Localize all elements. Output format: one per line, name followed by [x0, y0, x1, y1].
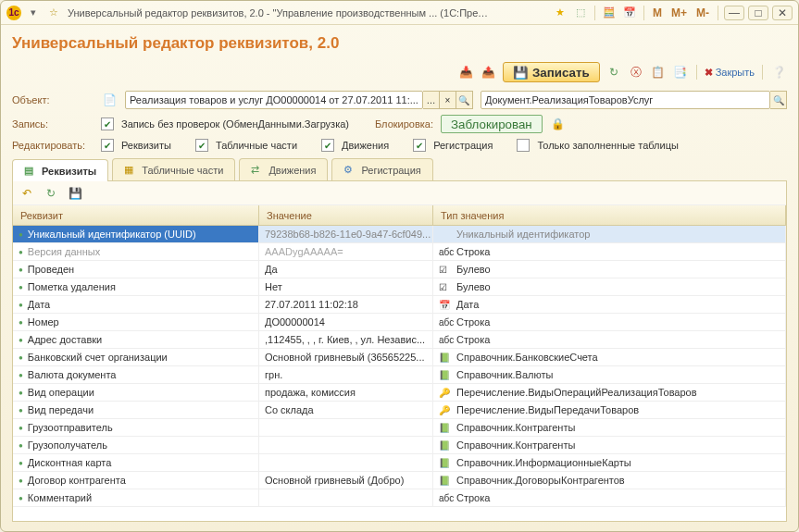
doc-out-icon[interactable]: 📤: [481, 64, 497, 80]
type-icon: 📗: [439, 423, 452, 433]
doc-in-icon[interactable]: 📥: [458, 64, 475, 80]
close-window-button[interactable]: ✕: [772, 6, 793, 20]
type-icon: aбc: [439, 335, 452, 345]
app-icon: 1c: [6, 6, 21, 20]
write-button[interactable]: 💾 Записать: [503, 62, 600, 82]
save-icon: 💾: [513, 66, 529, 80]
grid: Реквизит Значение Тип значения ●Уникальн…: [13, 205, 786, 521]
record-nocheck-checkbox[interactable]: ✔: [101, 118, 114, 130]
table-row[interactable]: ●Грузоотправитель📗Справочник.Контрагенты: [13, 419, 786, 437]
grid-icon: ▦: [124, 164, 137, 177]
object-input[interactable]: Реализация товаров и услуг ДО00000014 от…: [125, 91, 423, 109]
table-row[interactable]: ●Вид операциипродажа, комиссия🔑Перечисле…: [13, 384, 786, 402]
table-row[interactable]: ●Валюта документагрн.📗Справочник.Валюты: [13, 366, 786, 384]
table-row[interactable]: ●Грузополучатель📗Справочник.Контрагенты: [13, 437, 786, 454]
close-icon: ✖: [705, 67, 713, 79]
titlebar: 1c ▾ ☆ Универсальный редактор реквизитов…: [1, 1, 798, 25]
row-bullet-icon: ●: [19, 353, 23, 362]
undo-icon[interactable]: ↶: [19, 185, 35, 202]
record-label: Запись:: [12, 118, 94, 130]
minimize-button[interactable]: —: [724, 6, 744, 20]
lock-icon[interactable]: 🔒: [550, 116, 567, 132]
page-title: Универсальный редактор реквизитов, 2.0: [12, 32, 787, 60]
edit-label: Редактировать:: [12, 140, 94, 151]
type-icon: 📗: [439, 353, 452, 363]
type-icon: ☑: [439, 282, 452, 292]
delete-icon[interactable]: ⓧ: [628, 64, 644, 80]
tab-registration[interactable]: ⚙Регистрация: [331, 158, 432, 180]
dropdown-icon[interactable]: ▾: [25, 6, 42, 20]
star-icon[interactable]: ★: [552, 6, 568, 20]
table-row[interactable]: ●Уникальный идентификатор (UUID)79238b68…: [13, 226, 786, 243]
mem-m[interactable]: M: [650, 6, 665, 19]
row-bullet-icon: ●: [19, 248, 23, 256]
col-type[interactable]: Тип значения: [433, 205, 786, 225]
calc-icon[interactable]: 🧮: [601, 6, 618, 20]
grid-body[interactable]: ●Уникальный идентификатор (UUID)79238b68…: [13, 226, 786, 521]
row-bullet-icon: ●: [19, 476, 23, 485]
mem-mplus[interactable]: M+: [668, 6, 690, 19]
tab-movements[interactable]: ⇄Движения: [239, 158, 328, 180]
table-row[interactable]: ●НомерДО00000014aбcСтрока: [13, 314, 786, 331]
col-name[interactable]: Реквизит: [13, 205, 259, 225]
window-title: Универсальный редактор реквизитов, 2.0 -…: [68, 7, 493, 19]
type-icon: 📅: [439, 300, 452, 310]
calendar-icon[interactable]: 📅: [621, 6, 638, 20]
tab-requisites[interactable]: ▤Реквизиты: [12, 159, 108, 181]
link-icon[interactable]: ⬚: [572, 6, 589, 20]
type-icon: 🔑: [439, 405, 452, 415]
row-bullet-icon: ●: [19, 301, 23, 309]
tab-tables[interactable]: ▦Табличные части: [112, 158, 235, 180]
table-row[interactable]: ●Версия данныхAAADygAAAAA=aбcСтрока: [13, 243, 786, 261]
doc-type-input[interactable]: Документ.РеализацияТоваровУслуг: [481, 91, 770, 109]
edit-row: Редактировать: ✔Реквизиты ✔Табличные час…: [12, 136, 787, 155]
col-value[interactable]: Значение: [259, 205, 433, 225]
record-row: Запись: ✔ Запись без проверок (ОбменДанн…: [12, 112, 787, 136]
type-icon: 📗: [439, 458, 452, 468]
maximize-button[interactable]: □: [748, 6, 768, 20]
table-row[interactable]: ●Вид передачиСо склада🔑Перечисление.Виды…: [13, 402, 786, 419]
table-row[interactable]: ●Дисконтная карта📗Справочник.Информацион…: [13, 454, 786, 472]
movements-icon: ⇄: [251, 164, 264, 177]
help-icon[interactable]: ❔: [770, 64, 787, 80]
refresh-grid-icon[interactable]: ↻: [43, 185, 59, 202]
locked-button[interactable]: Заблокирован: [441, 115, 543, 133]
lock-label: Блокировка:: [375, 118, 433, 130]
object-search-button[interactable]: 🔍: [456, 91, 473, 109]
copy-icon[interactable]: 📑: [672, 64, 689, 80]
row-bullet-icon: ●: [19, 441, 23, 450]
row-bullet-icon: ●: [19, 389, 23, 397]
type-icon: 🔑: [439, 388, 452, 398]
close-button[interactable]: ✖ Закрыть: [705, 67, 755, 79]
edit-movements-checkbox[interactable]: ✔: [321, 139, 334, 152]
table-row[interactable]: ●Договор контрагентаОсновной гривневый (…: [13, 472, 786, 489]
star-outline-icon[interactable]: ☆: [45, 6, 62, 20]
edit-requisites-checkbox[interactable]: ✔: [101, 139, 114, 152]
table-row[interactable]: ●ПроведенДа☑Булево: [13, 261, 786, 278]
object-row: Объект: 📄 Реализация товаров и услуг ДО0…: [12, 88, 787, 112]
object-clear-button[interactable]: ×: [440, 91, 456, 109]
edit-registration-checkbox[interactable]: ✔: [413, 139, 426, 152]
only-filled-checkbox[interactable]: [517, 139, 530, 152]
save-grid-icon[interactable]: 💾: [67, 185, 83, 202]
type-icon: ☑: [439, 265, 452, 275]
list-icon[interactable]: 📋: [650, 64, 667, 80]
tab-body: ↶ ↻ 💾 Реквизит Значение Тип значения ●Ун…: [12, 181, 787, 522]
type-icon: aбc: [439, 247, 452, 257]
row-bullet-icon: ●: [19, 371, 23, 379]
object-select-button[interactable]: …: [423, 91, 440, 109]
table-row[interactable]: ●Банковский счет организацииОсновной гри…: [13, 349, 786, 366]
type-icon: aбc: [439, 317, 452, 328]
table-row[interactable]: ●КомментарийaбcСтрока: [13, 489, 786, 507]
edit-tables-checkbox[interactable]: ✔: [195, 139, 208, 152]
mem-mminus[interactable]: M-: [693, 6, 712, 19]
action-toolbar: 📥 📤 💾 Записать ↻ ⓧ 📋 📑 ✖ Закрыть ❔: [12, 60, 787, 88]
table-row[interactable]: ●Адрес доставки,112455, , , г. Киев, , у…: [13, 331, 786, 349]
row-bullet-icon: ●: [19, 406, 23, 414]
refresh-icon[interactable]: ↻: [605, 64, 622, 80]
doc-icon[interactable]: 📄: [101, 92, 118, 108]
row-bullet-icon: ●: [19, 266, 23, 274]
table-row[interactable]: ●Пометка удаленияНет☑Булево: [13, 278, 786, 296]
table-row[interactable]: ●Дата27.07.2011 11:02:18📅Дата: [13, 296, 786, 314]
doc-type-search-button[interactable]: 🔍: [770, 91, 787, 109]
